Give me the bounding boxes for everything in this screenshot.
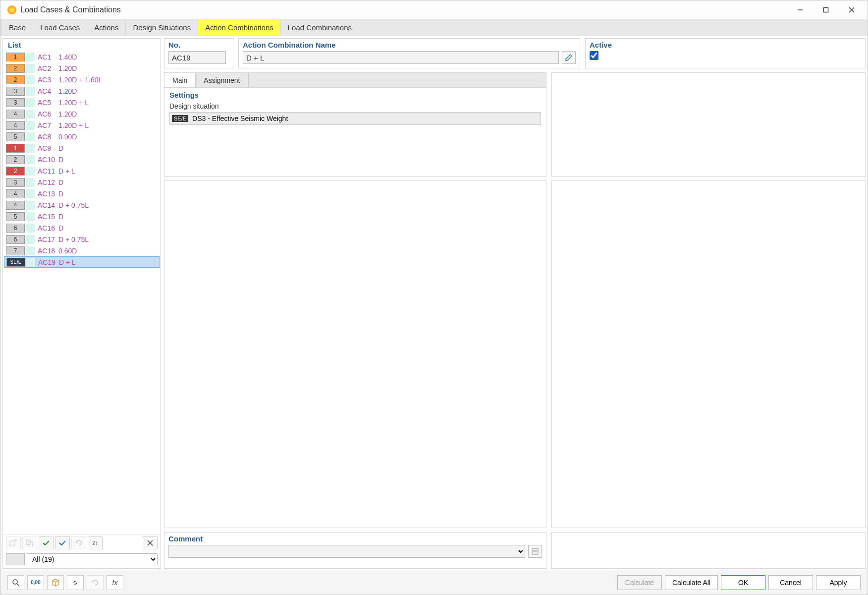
row-id: AC8	[35, 133, 58, 141]
active-group: Active	[585, 38, 866, 68]
list-row-ac18[interactable]: 7AC180.60D	[4, 245, 160, 256]
row-badge: 6	[6, 224, 25, 233]
row-stripe	[26, 132, 35, 141]
new-button[interactable]	[6, 536, 21, 549]
list-row-ac1[interactable]: 1AC11.40D	[4, 51, 160, 62]
tab-action-combinations[interactable]: Action Combinations	[198, 19, 281, 36]
svg-line-15	[17, 584, 19, 586]
row-badge: 1	[6, 53, 25, 61]
filter-select[interactable]: All (19)	[27, 553, 158, 565]
row-id: AC4	[35, 87, 58, 95]
row-stripe	[26, 246, 35, 255]
list-row-ac6[interactable]: 4AC61.20D	[4, 108, 160, 119]
row-badge: 3	[6, 178, 25, 187]
list-row-ac7[interactable]: 4AC71.20D + L	[4, 119, 160, 131]
rotate-footer-button[interactable]	[87, 575, 104, 590]
units-footer-button[interactable]: 0,00	[27, 575, 44, 590]
row-name: D + 0.75L	[58, 236, 160, 243]
list-row-ac5[interactable]: 3AC51.20D + L	[4, 97, 160, 108]
row-stripe	[26, 155, 35, 164]
row-stripe	[26, 110, 35, 119]
maximize-button[interactable]	[813, 0, 839, 19]
tab-base[interactable]: Base	[1, 19, 33, 36]
row-name: 1.20D	[58, 110, 160, 118]
comment-right-panel	[551, 532, 866, 569]
ok-button[interactable]: OK	[721, 575, 765, 590]
tab-load-combinations[interactable]: Load Combinations	[281, 19, 359, 36]
tab-load-cases[interactable]: Load Cases	[33, 19, 87, 36]
edit-name-button[interactable]	[562, 51, 576, 64]
delete-button[interactable]	[143, 536, 158, 549]
sub-tab-main[interactable]: Main	[164, 73, 196, 87]
calculate-all-button[interactable]: Calculate All	[665, 575, 718, 590]
row-id: AC5	[35, 99, 58, 107]
comment-library-button[interactable]	[528, 545, 542, 558]
row-name: D	[58, 224, 160, 232]
no-input[interactable]	[168, 51, 226, 64]
svg-rect-11	[532, 548, 538, 554]
name-input[interactable]	[243, 51, 559, 64]
list-row-ac10[interactable]: 2AC10D	[4, 154, 160, 165]
row-stripe	[26, 201, 35, 210]
row-stripe	[26, 144, 35, 153]
list-row-ac13[interactable]: 4AC13D	[4, 188, 160, 199]
active-checkbox[interactable]	[590, 51, 598, 60]
check-blue-button[interactable]	[55, 536, 70, 549]
row-badge: 7	[6, 246, 25, 255]
row-stripe	[26, 189, 35, 198]
comment-label: Comment	[168, 535, 542, 543]
apply-button[interactable]: Apply	[816, 575, 861, 590]
check-green-button[interactable]	[39, 536, 54, 549]
detail-panel: No. Action Combination Name Active	[164, 38, 866, 569]
footer: 0,00 fx Calculate Calculate All OK Cance…	[0, 570, 868, 595]
list-row-ac2[interactable]: 2AC21.20D	[4, 62, 160, 74]
list-row-ac4[interactable]: 3AC41.20D	[4, 85, 160, 97]
comment-panel: Comment	[164, 532, 546, 569]
name-group: Action Combination Name	[238, 38, 580, 68]
list-row-ac3[interactable]: 2AC31.20D + 1.60L	[4, 74, 160, 85]
search-footer-button[interactable]	[7, 575, 24, 590]
row-name: 1.40D	[58, 53, 160, 61]
svg-rect-1	[824, 7, 828, 12]
list-row-ac8[interactable]: 5AC80.90D	[4, 131, 160, 142]
list-row-ac14[interactable]: 4AC14D + 0.75L	[4, 199, 160, 211]
copy-button[interactable]	[22, 536, 37, 549]
list-row-ac17[interactable]: 6AC17D + 0.75L	[4, 234, 160, 245]
tab-design-situations[interactable]: Design Situations	[126, 19, 198, 36]
app-icon	[7, 5, 16, 14]
grid-footer-button[interactable]	[47, 575, 64, 590]
row-stripe	[26, 178, 35, 187]
row-id: AC10	[35, 156, 58, 164]
filter-color-swatch[interactable]	[6, 553, 25, 565]
row-id: AC16	[35, 224, 58, 232]
list-row-ac19[interactable]: SE/EAC19D + L	[4, 256, 160, 268]
list-row-ac12[interactable]: 3AC12D	[4, 177, 160, 188]
list-row-ac9[interactable]: 1AC9D	[4, 142, 160, 154]
design-situation-badge: SE/E	[172, 115, 188, 122]
row-id: AC13	[35, 190, 58, 198]
list-row-ac11[interactable]: 2AC11D + L	[4, 165, 160, 177]
list-row-ac16[interactable]: 6AC16D	[4, 222, 160, 234]
close-button[interactable]	[839, 0, 865, 19]
sort-button[interactable]: 2↕	[88, 536, 103, 549]
fx-footer-button[interactable]: fx	[107, 575, 123, 590]
settings-header: Settings	[169, 91, 541, 99]
refresh-button[interactable]	[71, 536, 86, 549]
comment-select[interactable]	[168, 545, 525, 558]
sub-tab-assignment[interactable]: Assignment	[196, 73, 248, 87]
list-area[interactable]: 1AC11.40D2AC21.20D2AC31.20D + 1.60L3AC41…	[3, 51, 161, 534]
minimize-button[interactable]	[787, 0, 813, 19]
design-situation-value[interactable]: SE/E DS3 - Effective Seismic Weight	[169, 112, 541, 125]
calculate-button[interactable]: Calculate	[617, 575, 662, 590]
list-row-ac15[interactable]: 5AC15D	[4, 211, 160, 222]
row-badge: 5	[6, 212, 25, 221]
row-id: AC19	[35, 258, 59, 266]
link-footer-button[interactable]	[67, 575, 84, 590]
tab-actions[interactable]: Actions	[87, 19, 126, 36]
row-name: 1.20D	[58, 87, 160, 95]
row-badge: 2	[6, 155, 25, 164]
row-name: D	[58, 156, 160, 164]
row-name: 0.60D	[58, 247, 160, 255]
cancel-button[interactable]: Cancel	[768, 575, 813, 590]
svg-point-14	[13, 580, 17, 584]
